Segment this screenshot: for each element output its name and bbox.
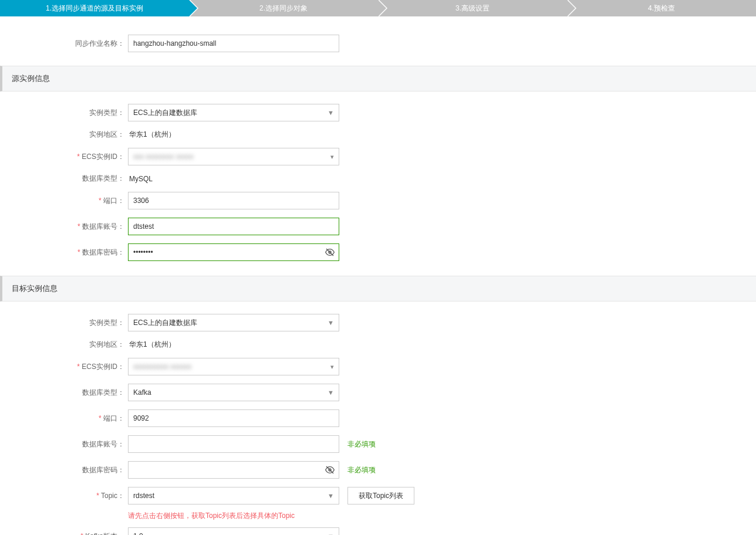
target-ecs-id-select[interactable]: xxxxxxxxxx xxxxxx ▾ [128, 358, 339, 375]
caret-down-icon: ▾ [330, 363, 334, 371]
target-ecs-id-value: xxxxxxxxxx xxxxxx [133, 363, 191, 371]
target-instance-type-label: 实例类型： [0, 318, 128, 328]
wizard-steps: 1.选择同步通道的源及目标实例 2.选择同步对象 3.高级设置 4.预检查 [0, 0, 756, 16]
target-db-type-select[interactable]: Kafka ▼ [128, 384, 339, 401]
source-password-label: 数据库密码： [0, 248, 128, 258]
source-ecs-id-value: xxx xxxxxxxx xxxxx [133, 153, 194, 161]
source-port-label: 端口： [0, 196, 128, 206]
target-account-label: 数据库账号： [0, 439, 128, 449]
source-account-input[interactable] [128, 218, 339, 235]
target-region-value: 华东1（杭州） [128, 340, 176, 350]
source-db-type-label: 数据库类型： [0, 174, 128, 184]
caret-down-icon: ▼ [328, 492, 334, 499]
source-section-header: 源实例信息 [0, 66, 756, 92]
target-region-label: 实例地区： [0, 340, 128, 350]
job-name-input[interactable] [128, 35, 339, 52]
step-1[interactable]: 1.选择同步通道的源及目标实例 [0, 0, 189, 16]
source-db-type-value: MySQL [128, 175, 153, 183]
target-kafka-ver-label: Kafka版本： [0, 531, 128, 536]
target-port-label: 端口： [0, 414, 128, 424]
target-password-input[interactable] [128, 461, 339, 479]
target-topic-select[interactable]: rdstest ▼ [128, 487, 339, 504]
target-db-type-value: Kafka [133, 388, 151, 397]
target-instance-type-value: ECS上的自建数据库 [133, 318, 197, 328]
target-password-label: 数据库密码： [0, 465, 128, 475]
eye-icon[interactable] [325, 465, 335, 475]
target-ecs-id-label: ECS实例ID： [0, 362, 128, 372]
get-topic-list-button[interactable]: 获取Topic列表 [347, 487, 414, 504]
target-topic-value: rdstest [133, 492, 154, 500]
target-topic-label: Topic： [0, 491, 128, 501]
source-ecs-id-select[interactable]: xxx xxxxxxxx xxxxx ▾ [128, 148, 339, 165]
source-account-label: 数据库账号： [0, 222, 128, 232]
target-kafka-ver-value: 1.0 [133, 532, 143, 535]
target-instance-type-select[interactable]: ECS上的自建数据库 ▼ [128, 314, 339, 331]
eye-icon[interactable] [325, 248, 335, 257]
source-instance-type-select[interactable]: ECS上的自建数据库 ▼ [128, 104, 339, 121]
step-4[interactable]: 4.预检查 [567, 0, 756, 16]
target-account-input[interactable] [128, 435, 339, 453]
target-port-input[interactable] [128, 409, 339, 427]
caret-down-icon: ▼ [328, 389, 334, 396]
target-kafka-ver-select[interactable]: 1.0 ▼ [128, 527, 339, 535]
step-3[interactable]: 3.高级设置 [378, 0, 567, 16]
source-ecs-id-label: ECS实例ID： [0, 152, 128, 162]
job-name-label: 同步作业名称： [0, 39, 128, 49]
caret-down-icon: ▼ [328, 109, 334, 116]
target-topic-hint: 请先点击右侧按钮，获取Topic列表后选择具体的Topic [128, 511, 756, 521]
source-region-label: 实例地区： [0, 130, 128, 140]
target-db-type-label: 数据库类型： [0, 388, 128, 398]
caret-down-icon: ▾ [330, 153, 334, 161]
source-instance-type-value: ECS上的自建数据库 [133, 108, 197, 118]
source-region-value: 华东1（杭州） [128, 130, 176, 140]
caret-down-icon: ▼ [328, 533, 334, 535]
source-password-input[interactable] [128, 243, 339, 261]
step-2[interactable]: 2.选择同步对象 [189, 0, 378, 16]
target-password-hint: 非必填项 [347, 465, 376, 475]
caret-down-icon: ▼ [328, 319, 334, 326]
target-section-header: 目标实例信息 [0, 276, 756, 302]
source-port-input[interactable] [128, 192, 339, 209]
target-account-hint: 非必填项 [347, 439, 376, 449]
source-instance-type-label: 实例类型： [0, 108, 128, 118]
